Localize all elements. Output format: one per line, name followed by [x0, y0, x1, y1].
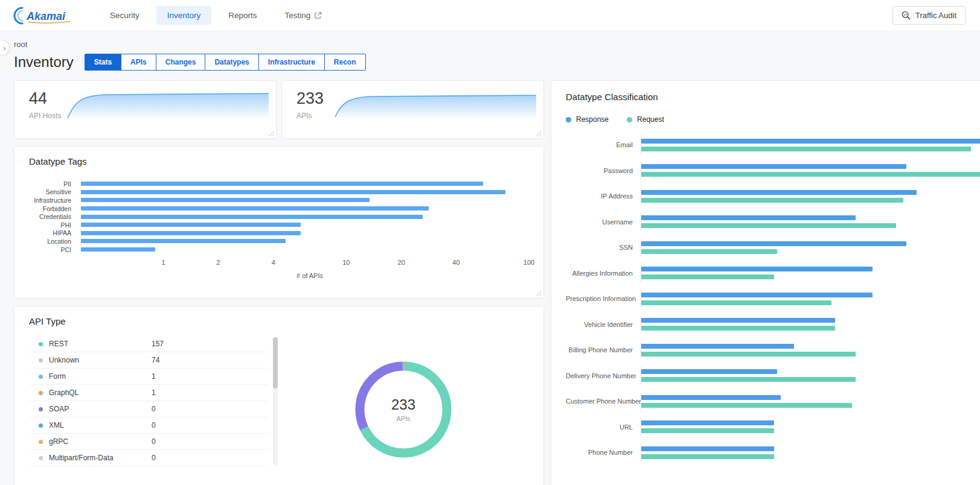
api-type-count: 0 — [152, 421, 156, 430]
response-bar[interactable] — [641, 190, 917, 195]
legend-item-response[interactable]: Response — [566, 115, 609, 124]
request-bar[interactable] — [641, 249, 777, 254]
tab-recon[interactable]: Recon — [324, 54, 366, 71]
api-type-row[interactable]: REST157 — [29, 336, 268, 352]
api-type-row[interactable]: SOAP0 — [29, 401, 268, 417]
classification-bar-group — [641, 341, 980, 359]
tag-bar[interactable] — [81, 206, 429, 211]
traffic-audit-button[interactable]: Traffic Audit — [892, 6, 966, 25]
scrollbar-thumb[interactable] — [273, 337, 278, 388]
api-type-dot — [39, 391, 43, 395]
x-axis-title: # of APIs — [91, 272, 529, 279]
api-type-row[interactable]: GraphQL1 — [29, 385, 268, 401]
api-type-card: API Type REST157Unknown74Form1GraphQL1SO… — [14, 306, 544, 485]
tag-category-label: Infrastructure — [29, 197, 81, 204]
tab-datatypes[interactable]: Datatypes — [205, 54, 258, 71]
legend-item-request[interactable]: Request — [627, 115, 664, 124]
datatype-tags-title: Datatype Tags — [29, 156, 529, 166]
request-bar[interactable] — [641, 300, 831, 305]
tag-bar[interactable] — [81, 231, 301, 235]
api-type-dot — [39, 358, 43, 363]
resize-grip[interactable] — [536, 130, 542, 136]
tag-bar[interactable] — [81, 247, 155, 252]
top-navbar: Akamai SecurityInventoryReportsTesting T… — [0, 0, 980, 31]
tag-bar[interactable] — [81, 198, 370, 202]
response-bar[interactable] — [641, 395, 781, 400]
tag-category-label: Location — [29, 238, 81, 245]
request-bar[interactable] — [641, 147, 971, 151]
response-bar[interactable] — [641, 139, 980, 144]
response-bar[interactable] — [641, 267, 873, 271]
response-bar[interactable] — [641, 241, 906, 246]
response-bar[interactable] — [641, 318, 835, 323]
request-bar[interactable] — [641, 377, 856, 382]
tag-bar-track — [81, 182, 529, 186]
classification-category-label: Billing Phone Number — [566, 346, 641, 353]
nav-item-reports[interactable]: Reports — [217, 6, 267, 25]
classification-row: Vehicle Identifier — [566, 312, 980, 338]
tag-bar-row: Credentials — [29, 212, 529, 221]
nav-item-inventory[interactable]: Inventory — [156, 6, 212, 25]
classification-category-label: SSN — [566, 244, 641, 251]
nav-item-testing[interactable]: Testing — [274, 6, 333, 25]
tab-infrastructure[interactable]: Infrastructure — [258, 54, 325, 71]
tag-bar[interactable] — [81, 182, 483, 186]
response-bar[interactable] — [641, 164, 906, 169]
api-type-dot — [39, 342, 43, 346]
classification-category-label: Vehicle Identifier — [566, 321, 641, 328]
akamai-logo[interactable]: Akamai — [12, 5, 78, 26]
request-bar[interactable] — [641, 403, 852, 408]
response-bar[interactable] — [641, 293, 873, 297]
classification-bar-group — [641, 418, 980, 436]
request-bar[interactable] — [641, 326, 835, 331]
tag-bar[interactable] — [81, 215, 423, 219]
nav-item-security[interactable]: Security — [99, 6, 150, 25]
api-type-row[interactable]: gRPC0 — [29, 434, 268, 450]
api-type-body: REST157Unknown74Form1GraphQL1SOAP0XML0gR… — [29, 336, 529, 466]
nav-item-label: Security — [110, 11, 139, 20]
classification-category-label: Email — [566, 141, 641, 148]
api-type-label: SOAP — [49, 405, 152, 413]
classification-bar-group — [641, 367, 980, 384]
x-axis-tick: 40 — [452, 259, 460, 266]
tab-stats[interactable]: Stats — [85, 54, 121, 71]
request-bar[interactable] — [641, 454, 774, 459]
response-bar[interactable] — [641, 344, 794, 349]
classification-row: URL — [566, 414, 980, 440]
classification-row: Username — [566, 209, 980, 235]
api-type-row[interactable]: Multipart/Form-Data0 — [29, 450, 268, 466]
tab-apis[interactable]: APIs — [121, 54, 156, 71]
request-bar[interactable] — [641, 172, 980, 177]
nav-item-label: Inventory — [167, 11, 201, 20]
classification-row: Phone Number — [566, 440, 980, 466]
external-link-icon — [314, 11, 322, 19]
response-bar[interactable] — [641, 215, 856, 220]
scrollbar-track[interactable] — [273, 337, 278, 465]
response-bar[interactable] — [641, 446, 774, 451]
classification-row: Allergies Information — [566, 261, 980, 287]
breadcrumb[interactable]: root — [14, 40, 980, 49]
resize-grip[interactable] — [268, 130, 274, 136]
tab-changes[interactable]: Changes — [156, 54, 206, 71]
api-type-row[interactable]: XML0 — [29, 417, 268, 434]
tag-bar[interactable] — [81, 190, 505, 194]
tag-bar[interactable] — [81, 223, 301, 227]
dashboard-grid: 44 API Hosts — [14, 80, 980, 485]
x-axis-ticks: 124102040100 — [91, 259, 529, 268]
request-bar[interactable] — [641, 428, 774, 433]
tag-bar-track — [81, 198, 529, 202]
resize-grip[interactable] — [536, 290, 542, 296]
request-bar[interactable] — [641, 274, 774, 279]
x-axis-tick: 2 — [216, 259, 220, 266]
api-type-row[interactable]: Unknown74 — [29, 352, 268, 369]
api-type-row[interactable]: Form1 — [29, 369, 268, 385]
request-bar[interactable] — [641, 198, 903, 203]
request-bar[interactable] — [641, 352, 856, 357]
tag-bar-row: Infrastructure — [29, 196, 529, 204]
response-bar[interactable] — [641, 420, 774, 425]
tag-bar[interactable] — [81, 239, 286, 243]
stat-card-row: 44 API Hosts — [14, 80, 544, 139]
response-bar[interactable] — [641, 369, 777, 374]
request-bar[interactable] — [641, 223, 896, 228]
tag-bar-row: HIPAA — [29, 229, 529, 238]
